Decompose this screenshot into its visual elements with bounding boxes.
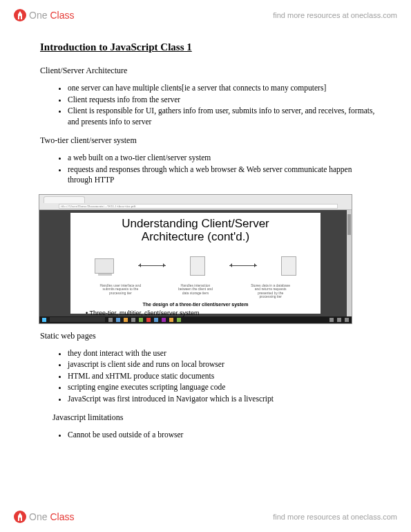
section-heading: Two-tier client/server system <box>40 135 378 146</box>
browser-tab[interactable] <box>44 196 85 203</box>
page-header: OneClass find more resources at oneclass… <box>0 4 411 26</box>
app-icon[interactable] <box>116 318 120 322</box>
app-icon[interactable] <box>146 318 151 322</box>
app-icon[interactable] <box>162 318 166 322</box>
scrollbar[interactable] <box>347 210 352 316</box>
taskbar <box>39 316 352 323</box>
app-icon[interactable] <box>131 318 135 322</box>
database-box-icon <box>281 256 296 276</box>
app-icon[interactable] <box>154 318 158 322</box>
app-icon[interactable] <box>177 318 181 322</box>
app-icon[interactable] <box>169 318 173 322</box>
tier-desc: Handles interaction between the client a… <box>175 284 216 299</box>
list-item: Client requests info from the server <box>68 95 378 106</box>
list-item: one server can have multiple clients[ie … <box>68 83 378 94</box>
bullet-list: one server can have multiple clients[ie … <box>68 83 378 127</box>
tier-desc: Stores data in a database and returns re… <box>250 284 291 299</box>
address-bar[interactable]: file:///Users/Home/Documents/.../W1L1-th… <box>59 204 338 209</box>
brand-logo: OneClass <box>14 511 74 523</box>
bullet-list: Cannot be used outside of a browser <box>68 430 378 441</box>
brand-logo: OneClass <box>14 9 74 21</box>
server-box-icon <box>190 256 205 276</box>
tier-diagram <box>83 249 308 283</box>
logo-text-one: One <box>29 10 47 21</box>
list-item: they dont interact with the user <box>68 348 378 359</box>
client-box-icon <box>95 258 114 274</box>
tray-icon[interactable] <box>337 318 341 322</box>
logo-text-class: Class <box>50 511 74 522</box>
taskbar-search[interactable] <box>50 317 105 322</box>
embedded-screenshot: file:///Users/Home/Documents/.../W1L1-th… <box>39 194 352 324</box>
slide-title: Understanding Client/Server Architecture… <box>76 217 315 244</box>
arrow-icon <box>138 265 166 266</box>
tier-descriptions: Handles user interface and submits reque… <box>83 284 308 299</box>
section-heading: Static web pages <box>40 331 378 341</box>
logo-icon <box>14 511 26 523</box>
windows-start-icon[interactable] <box>42 318 46 322</box>
app-icon[interactable] <box>124 318 128 322</box>
page-title: Introduction to JavaScript Class 1 <box>40 41 378 53</box>
slide-content: Understanding Client/Server Architecture… <box>70 213 321 314</box>
logo-text-one: One <box>29 511 47 522</box>
logo-icon <box>14 9 26 21</box>
document-body: Introduction to JavaScript Class 1 Clien… <box>40 41 378 449</box>
tier-desc: Handles user interface and submits reque… <box>99 284 141 299</box>
tray-icon[interactable] <box>329 318 334 322</box>
list-item: JavaScript was first introduced in Navig… <box>68 394 378 405</box>
header-tagline[interactable]: find more resources at oneclass.com <box>273 11 397 19</box>
logo-text-class: Class <box>50 10 74 21</box>
task-view-icon[interactable] <box>108 318 113 322</box>
list-item: scripting engine executes scripting lang… <box>68 382 378 393</box>
slide-title-line2: Architecture (cont'd.) <box>142 230 249 243</box>
tray-icon[interactable] <box>345 318 349 322</box>
slide-bullet: Three-tier, multitier, client/server sys… <box>90 310 200 316</box>
footer-tagline[interactable]: find more resources at oneclass.com <box>273 513 397 521</box>
list-item: Cannot be used outside of a browser <box>68 430 378 441</box>
list-item: Client is responsible for UI, gathers in… <box>68 106 378 127</box>
list-item: requests and responses through which a w… <box>68 164 378 186</box>
section-heading: Javascript limitations <box>52 412 378 423</box>
page-footer: OneClass find more resources at oneclass… <box>0 506 411 528</box>
arrow-icon <box>229 265 257 266</box>
list-item: a web built on a two-tier client/server … <box>68 153 378 164</box>
slide-caption: The design of a three-tier client/server… <box>76 302 315 307</box>
bullet-list: they dont interact with the user javascr… <box>68 348 378 405</box>
app-icon[interactable] <box>139 318 143 322</box>
bullet-list: a web built on a two-tier client/server … <box>68 153 378 186</box>
browser-chrome: file:///Users/Home/Documents/.../W1L1-th… <box>39 195 352 210</box>
section-heading: Client/Server Architecture <box>40 66 378 76</box>
slide-title-line1: Understanding Client/Server <box>122 217 269 230</box>
list-item: HTML and xHTML produce static documents <box>68 371 378 382</box>
list-item: javascript is client side and runs on lo… <box>68 359 378 370</box>
